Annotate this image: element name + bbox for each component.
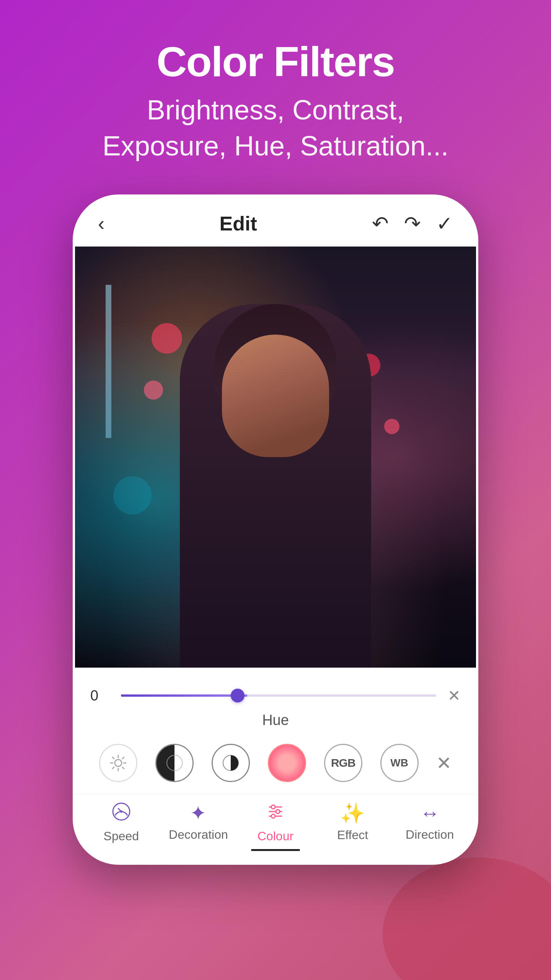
bokeh-light-4: [384, 419, 399, 434]
colour-adjust-icon: [266, 802, 285, 822]
person-face: [222, 335, 329, 457]
filter-icons-row: RGB WB ✕: [90, 736, 461, 786]
neon-strip-decoration: [106, 285, 111, 438]
contrast-icon: [165, 753, 184, 773]
svg-point-22: [271, 814, 275, 818]
effect-label: Effect: [337, 828, 368, 842]
slider-close-button[interactable]: ✕: [448, 687, 461, 704]
colour-label: Colour: [258, 829, 293, 843]
nav-item-direction[interactable]: ↔ Direction: [399, 802, 460, 842]
bokeh-light-1: [152, 323, 182, 354]
rgb-label: RGB: [331, 756, 355, 769]
nav-item-effect[interactable]: ✨ Effect: [322, 802, 383, 842]
confirm-button[interactable]: ✓: [436, 212, 453, 235]
svg-line-6: [122, 767, 124, 769]
svg-line-8: [112, 767, 114, 769]
slider-row: 0 ✕: [90, 679, 461, 708]
controls-area: 0 ✕ Hue: [75, 668, 476, 794]
phone-container: ‹ Edit ↶ ↷ ✓ 0: [73, 194, 478, 865]
page-title: Color Filters: [103, 38, 449, 85]
speed-label: Speed: [104, 829, 139, 843]
svg-line-7: [122, 757, 124, 759]
phone-mockup: ‹ Edit ↶ ↷ ✓ 0: [73, 194, 478, 865]
speedometer-icon: [111, 802, 131, 822]
slider-thumb[interactable]: [231, 689, 245, 702]
wb-filter-button[interactable]: WB: [380, 744, 419, 782]
decoration-label: Decoration: [169, 828, 228, 842]
decoration-icon: ✦: [190, 802, 207, 825]
effect-icon: ✨: [340, 802, 365, 825]
exposure-icon: [221, 753, 240, 773]
contrast-filter-button[interactable]: [155, 744, 194, 782]
photo-area: [75, 247, 476, 668]
wb-label: WB: [390, 757, 408, 769]
back-button[interactable]: ‹: [98, 212, 104, 235]
top-icons: ↶ ↷ ✓: [372, 212, 453, 235]
nav-item-decoration[interactable]: ✦ Decoration: [168, 802, 229, 842]
direction-label: Direction: [406, 828, 454, 842]
redo-button[interactable]: ↷: [404, 212, 421, 235]
brightness-filter-button[interactable]: [99, 744, 137, 782]
edit-title: Edit: [220, 212, 257, 235]
header-section: Color Filters Brightness, Contrast,Expos…: [103, 38, 449, 164]
bokeh-light-2: [144, 381, 163, 400]
bokeh-light-5: [113, 476, 152, 514]
rgb-filter-button[interactable]: RGB: [324, 744, 362, 782]
phone-top-bar: ‹ Edit ↶ ↷ ✓: [75, 197, 476, 247]
svg-point-20: [271, 805, 275, 809]
svg-line-5: [112, 757, 114, 759]
svg-point-21: [276, 810, 280, 813]
undo-button[interactable]: ↶: [372, 212, 389, 235]
speed-icon: [111, 802, 131, 826]
page-subtitle: Brightness, Contrast,Exposure, Hue, Satu…: [103, 92, 449, 164]
slider-value: 0: [90, 688, 109, 704]
nav-item-colour[interactable]: Colour: [245, 802, 306, 843]
nav-item-speed[interactable]: Speed: [91, 802, 152, 843]
svg-point-16: [120, 810, 122, 813]
exposure-filter-button[interactable]: [212, 744, 250, 782]
slider-track[interactable]: [121, 694, 436, 697]
filter-close-button[interactable]: ✕: [436, 752, 452, 774]
svg-point-0: [115, 760, 122, 766]
direction-icon: ↔: [420, 802, 440, 825]
hue-filter-button[interactable]: [268, 744, 306, 782]
bottom-nav: Speed ✦ Decoration Colour: [75, 794, 476, 862]
colour-icon: [266, 802, 285, 826]
slider-label: Hue: [90, 708, 461, 736]
brightness-icon: [110, 755, 127, 771]
person-silhouette: [180, 304, 371, 668]
